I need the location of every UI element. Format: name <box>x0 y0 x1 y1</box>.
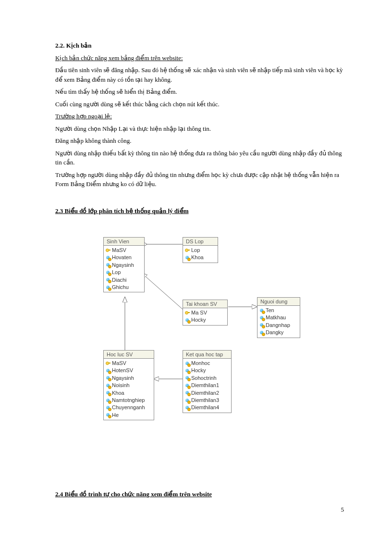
attribute-icon <box>259 308 264 313</box>
class-attribute: Diemthilan3 <box>185 397 229 404</box>
class-attribute: Diemthilan4 <box>185 404 229 411</box>
class-attribute: Diemthilan2 <box>185 389 229 397</box>
class-attribute: Diachi <box>106 276 142 284</box>
attribute-name: Sohoctrinh <box>191 375 217 382</box>
attribute-name: Diemthilan4 <box>191 404 219 411</box>
paragraph: Người dùng nhập thiếu bất kỳ thông tin n… <box>55 149 346 167</box>
attribute-icon <box>106 413 110 417</box>
svg-line-3 <box>142 273 183 309</box>
class-attribute: Ngaysinh <box>106 262 142 269</box>
section-2-4-title: 2.4 Biểu đồ trình tự cho chức năng xem đ… <box>55 490 346 499</box>
class-attribute: Noisinh <box>106 382 152 389</box>
class-attribute: Diemthilan1 <box>185 382 229 389</box>
class-attribute: Matkhau <box>259 314 298 321</box>
attribute-icon <box>185 405 190 410</box>
class-attribute: Dangnhap <box>259 322 298 329</box>
attribute-icon <box>106 263 110 267</box>
paragraph: Đầu tiên sinh viên sẽ đăng nhập. Sau đó … <box>55 65 346 84</box>
attribute-name: Diemthilan1 <box>191 382 219 389</box>
page-number: 5 <box>341 506 344 514</box>
class-diagram: Sinh Vien MaSVHovatenNgaysinhLopDiachiGh… <box>79 235 310 432</box>
class-body: LopKhoa <box>183 246 218 263</box>
class-attribute: Lop <box>185 247 216 254</box>
attribute-icon <box>259 315 264 320</box>
attribute-icon <box>185 376 190 380</box>
attribute-name: He <box>112 412 119 419</box>
attribute-icon <box>106 376 110 380</box>
class-sinh-vien: Sinh Vien MaSVHovatenNgaysinhLopDiachiGh… <box>103 237 145 292</box>
class-title: Nguoi dung <box>257 298 300 306</box>
key-icon <box>185 311 190 315</box>
attribute-name: Diemthilan3 <box>191 397 219 404</box>
class-tai-khoan-sv: Tai khoan SV Ma SVHocky <box>183 300 228 326</box>
key-icon <box>106 361 110 366</box>
attribute-icon <box>185 361 190 366</box>
attribute-name: Ngaysinh <box>112 375 134 382</box>
class-body: MonhocHockySohoctrinhDiemthilan1Diemthil… <box>183 359 231 413</box>
attribute-icon <box>106 383 110 388</box>
attribute-icon <box>259 323 264 327</box>
attribute-icon <box>185 255 190 260</box>
class-title: Sinh Vien <box>104 238 144 246</box>
class-attribute: Dangky <box>259 329 298 336</box>
class-attribute: Hocky <box>185 316 225 324</box>
class-attribute: Lop <box>106 269 142 276</box>
class-attribute: Ma SV <box>185 309 225 316</box>
attribute-icon <box>185 318 190 323</box>
attribute-name: HotenSV <box>112 367 133 374</box>
class-attribute: Sohoctrinh <box>185 375 229 382</box>
class-hoc-luc-sv: Hoc luc SV MaSVHotenSVNgaysinhNoisinhKho… <box>103 350 154 420</box>
attribute-name: Dangnhap <box>266 322 290 329</box>
attribute-name: Matkhau <box>266 314 286 321</box>
section-2-2-subtitle: Kịch bản chức năng xem bảng điểm trên we… <box>55 53 346 63</box>
class-attribute: Monhoc <box>185 360 229 367</box>
attribute-icon <box>106 255 110 260</box>
class-attribute: Hocky <box>185 367 229 374</box>
class-title: DS Lop <box>183 238 218 246</box>
class-ds-lop: DS Lop LopKhoa <box>183 237 218 263</box>
class-attribute: Khoa <box>185 254 216 261</box>
class-title: Ket qua hoc tap <box>183 351 231 359</box>
attribute-name: Ghichu <box>112 284 129 291</box>
attribute-name: Hovaten <box>112 254 132 261</box>
class-nguoi-dung: Nguoi dung TenMatkhauDangnhapDangky <box>257 297 300 338</box>
attribute-name: MaSV <box>112 360 126 367</box>
attribute-icon <box>106 405 110 410</box>
attribute-name: Hocky <box>191 316 206 324</box>
attribute-icon <box>106 277 110 282</box>
attribute-name: Chuyennganh <box>112 404 145 411</box>
attribute-name: Lop <box>112 269 121 276</box>
attribute-name: Monhoc <box>191 360 210 367</box>
attribute-name: Ten <box>266 307 274 314</box>
attribute-name: Diemthilan2 <box>191 389 219 397</box>
class-body: TenMatkhauDangnhapDangky <box>257 306 300 338</box>
paragraph: Nếu tìm thấy hệ thống sẽ hiển thị Bảng đ… <box>55 87 346 97</box>
attribute-name: Lop <box>191 247 200 254</box>
attribute-name: MaSV <box>112 247 126 254</box>
attribute-icon <box>185 383 190 388</box>
class-attribute: He <box>106 412 152 419</box>
class-body: MaSVHovatenNgaysinhLopDiachiGhichu <box>104 246 144 292</box>
class-title: Tai khoan SV <box>183 300 227 308</box>
class-attribute: Ngaysinh <box>106 375 152 382</box>
attribute-icon <box>106 270 110 275</box>
attribute-name: Khoa <box>112 389 124 397</box>
attribute-name: Namtotnghiep <box>112 397 145 404</box>
key-icon <box>185 248 190 253</box>
attribute-icon <box>106 390 110 395</box>
class-attribute: Namtotnghiep <box>106 397 152 404</box>
paragraph: Trường hợp người dùng nhập đầy đủ thông … <box>55 170 346 189</box>
attribute-name: Khoa <box>191 254 204 261</box>
attribute-icon <box>106 398 110 403</box>
class-attribute: MaSV <box>106 360 152 367</box>
attribute-name: Hocky <box>191 367 206 374</box>
attribute-icon <box>259 330 264 335</box>
attribute-name: Dangky <box>266 329 283 336</box>
class-attribute: Hovaten <box>106 254 142 261</box>
class-attribute: Khoa <box>106 389 152 397</box>
class-attribute: HotenSV <box>106 367 152 374</box>
class-body: Ma SVHocky <box>183 308 227 325</box>
attribute-icon <box>185 398 190 403</box>
class-body: MaSVHotenSVNgaysinhNoisinhKhoaNamtotnghi… <box>104 359 154 420</box>
attribute-icon <box>185 368 190 373</box>
